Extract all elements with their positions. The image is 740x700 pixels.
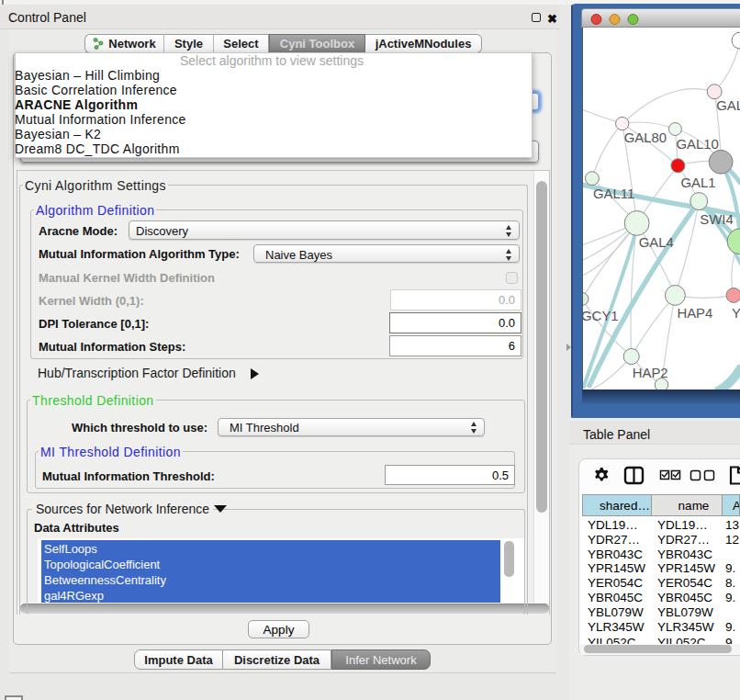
svg-text:HAP2: HAP2 bbox=[633, 366, 668, 380]
svg-text:HAP4: HAP4 bbox=[677, 306, 712, 321]
svg-text:GAL11: GAL11 bbox=[593, 186, 634, 201]
svg-text:Y: Y bbox=[732, 306, 740, 321]
svg-text:GAL7: GAL7 bbox=[716, 98, 740, 113]
svg-text:GCY1: GCY1 bbox=[582, 309, 619, 323]
svg-text:GAL4: GAL4 bbox=[639, 235, 674, 250]
svg-text:GAL10: GAL10 bbox=[676, 137, 718, 152]
svg-text:GAL80: GAL80 bbox=[624, 130, 667, 145]
svg-text:GAL1: GAL1 bbox=[680, 175, 715, 190]
svg-text:SWI4: SWI4 bbox=[700, 212, 733, 227]
